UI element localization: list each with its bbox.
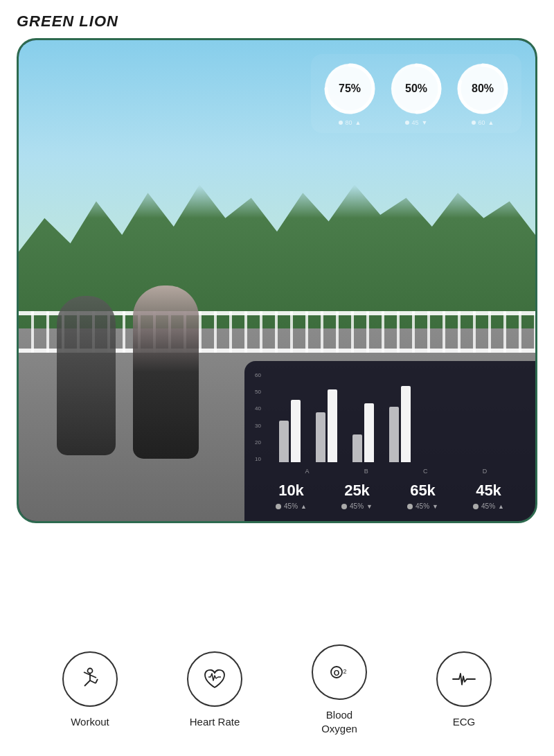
bar-group-d	[389, 386, 411, 462]
svg-line-9	[90, 675, 96, 678]
bar-d2	[401, 386, 411, 462]
svg-line-10	[84, 680, 90, 686]
bar-b2	[328, 389, 337, 462]
bottom-icons-section: Workout Heart Rate O 2 BloodOxygen	[0, 644, 554, 735]
gauge-2-value: 50%	[405, 82, 427, 95]
metric-25k: 25k 45% ▼	[341, 482, 373, 510]
main-card: 75% 80 ▲ 50% 45 ▼	[17, 38, 537, 523]
bar-group-b	[316, 389, 337, 462]
brand-logo: GREEN LiON	[17, 12, 118, 30]
icon-item-heart-rate[interactable]: Heart Rate	[187, 651, 242, 729]
runner2-silhouette	[133, 285, 199, 459]
heart-rate-icon-circle[interactable]	[187, 651, 242, 707]
metric-65k: 65k 45% ▼	[407, 482, 438, 510]
bar-c2	[364, 403, 374, 462]
icon-item-workout[interactable]: Workout	[62, 651, 118, 729]
gauges-panel: 75% 80 ▲ 50% 45 ▼	[311, 54, 521, 133]
gauge-circle-2: 50%	[388, 61, 444, 116]
blood-oxygen-icon-circle[interactable]: O 2	[312, 644, 367, 700]
gauge-circle-1: 75%	[322, 61, 377, 116]
blood-oxygen-label: BloodOxygen	[321, 708, 357, 735]
metric-65k-sub: 45% ▼	[407, 502, 438, 510]
gauge-3-sub: 60 ▲	[472, 119, 494, 126]
bar-d1	[389, 407, 399, 462]
icon-item-ecg[interactable]: ECG	[436, 651, 492, 729]
metric-45k: 45k 45% ▲	[473, 482, 504, 510]
svg-text:2: 2	[343, 668, 346, 675]
workout-icon-circle[interactable]	[62, 651, 118, 707]
metric-45k-sub: 45% ▲	[473, 502, 504, 510]
bar-c1	[352, 434, 362, 462]
gauge-circle-3: 80%	[455, 61, 510, 116]
metric-10k: 10k 45% ▲	[276, 482, 307, 510]
metric-65k-value: 65k	[410, 482, 436, 500]
gauge-2-sub: 45 ▼	[405, 119, 428, 126]
gauge-1: 75% 80 ▲	[322, 61, 377, 126]
bar-a1	[279, 421, 289, 462]
svg-point-6	[88, 668, 93, 673]
workout-icon	[75, 664, 105, 694]
metrics-row: 10k 45% ▲ 25k 45% ▼ 65k 45%	[258, 482, 521, 510]
bar-a2	[291, 400, 301, 462]
bar-group-c	[352, 403, 374, 462]
metric-25k-sub: 45% ▼	[341, 502, 373, 510]
stats-panel: 60 50 40 30 20 10	[244, 361, 535, 521]
svg-line-11	[90, 680, 96, 683]
bar-b1	[316, 412, 325, 462]
heart-rate-icon	[199, 664, 230, 694]
metric-10k-value: 10k	[278, 482, 304, 500]
runner1-silhouette	[57, 296, 116, 455]
bar-chart: 60 50 40 30 20 10	[258, 372, 521, 462]
metric-25k-value: 25k	[344, 482, 370, 500]
chart-x-axis: A B C D	[258, 468, 521, 475]
chart-y-axis: 60 50 40 30 20 10	[255, 372, 261, 462]
heart-rate-label: Heart Rate	[190, 715, 240, 729]
gauge-2: 50% 45 ▼	[388, 61, 444, 126]
icon-item-blood-oxygen[interactable]: O 2 BloodOxygen	[312, 644, 367, 735]
ecg-icon	[449, 664, 479, 694]
gauge-3: 80% 60 ▲	[455, 61, 510, 126]
metric-10k-sub: 45% ▲	[276, 502, 307, 510]
blood-oxygen-icon: O 2	[324, 657, 355, 687]
gauge-1-value: 75%	[339, 82, 361, 95]
svg-line-12	[96, 679, 98, 683]
metric-45k-value: 45k	[476, 482, 501, 500]
workout-label: Workout	[71, 715, 109, 729]
bar-group-a	[279, 400, 301, 462]
ecg-label: ECG	[453, 715, 476, 729]
gauge-3-value: 80%	[472, 82, 494, 95]
svg-text:O: O	[334, 669, 340, 677]
gauge-1-sub: 80 ▲	[339, 119, 361, 126]
ecg-icon-circle[interactable]	[436, 651, 492, 707]
